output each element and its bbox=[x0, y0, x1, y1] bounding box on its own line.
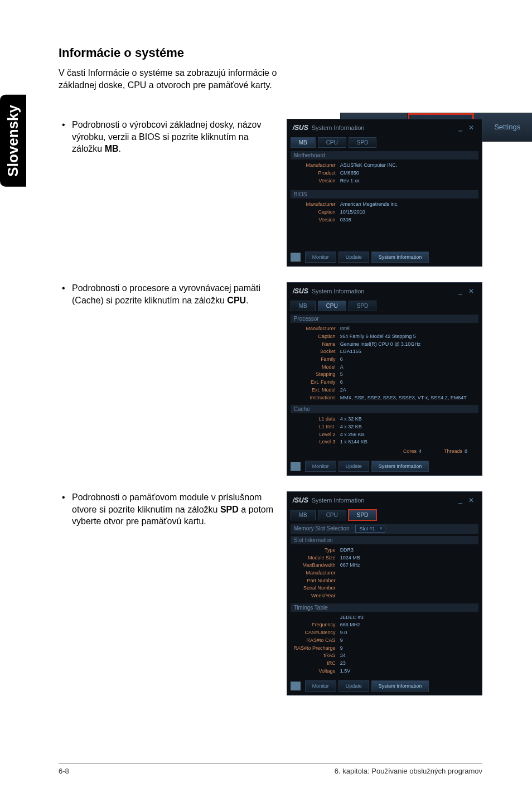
k-tras: tRAS bbox=[293, 653, 340, 659]
v-partno bbox=[340, 578, 476, 584]
k-jedec bbox=[293, 615, 340, 621]
nav-sysinfo[interactable]: System Information bbox=[371, 680, 429, 692]
threads-val: 8 bbox=[465, 448, 467, 454]
v-bmanuf: American Megatrends Inc. bbox=[340, 201, 476, 208]
k-trc: tRC bbox=[293, 660, 340, 667]
panel-title-spd: System Information bbox=[312, 497, 365, 504]
memslot-label: Memory Slot Selection Slot #1 bbox=[291, 524, 478, 534]
subtab-mb[interactable]: MB bbox=[291, 301, 316, 311]
v-l3: 1 x 6144 KB bbox=[340, 439, 476, 446]
section-cpu: Podrobnosti o procesore a vyrovnávacej p… bbox=[59, 282, 482, 476]
v-tras: 34 bbox=[340, 653, 476, 659]
cpu-bottom-nav: Monitor Update System Information bbox=[291, 461, 478, 472]
bullet-mb-bold: MB bbox=[105, 144, 119, 153]
k-version: Version bbox=[293, 178, 340, 185]
v-type: DDR3 bbox=[340, 547, 476, 554]
window-controls[interactable]: ⎯ ✕ bbox=[458, 124, 476, 132]
subtab-cpu[interactable]: CPU bbox=[318, 137, 346, 148]
window-controls[interactable]: ⎯ ✕ bbox=[458, 496, 476, 504]
cpu-panel-screenshot: /SUSSystem Information ⎯ ✕ MB CPU SPD Pr… bbox=[287, 282, 482, 476]
mb-subtabs: MB CPU SPD bbox=[291, 137, 478, 148]
k-l1d: L1 data bbox=[293, 416, 340, 423]
v-l1i: 4 x 32 KB bbox=[340, 424, 476, 431]
k-manufacturer: Manufacturer bbox=[293, 162, 340, 169]
asus-icon bbox=[291, 682, 301, 690]
k-modsize: Module Size bbox=[293, 555, 340, 562]
nav-monitor[interactable]: Monitor bbox=[305, 461, 336, 472]
v-ccaption: x64 Family 6 Model 42 Stepping 5 bbox=[340, 334, 476, 340]
nav-monitor[interactable]: Monitor bbox=[305, 252, 336, 263]
v-manufacturer: ASUSTeK Computer INC. bbox=[340, 162, 476, 169]
subtab-spd[interactable]: SPD bbox=[349, 510, 377, 520]
cores-label: Cores bbox=[403, 448, 417, 454]
v-socket: LGA1155 bbox=[340, 349, 476, 355]
mb-titlebar: /SUSSystem Information ⎯ ✕ bbox=[291, 123, 478, 135]
k-smanuf: Manufacturer bbox=[293, 570, 340, 577]
v-serial bbox=[340, 585, 476, 592]
v-ras: 9 bbox=[340, 637, 476, 644]
spd-bottom-nav: Monitor Update System Information bbox=[291, 680, 478, 692]
bullet-cpu-bold: CPU bbox=[227, 296, 246, 305]
subtab-cpu[interactable]: CPU bbox=[318, 301, 346, 311]
cpu-titlebar: /SUSSystem Information ⎯ ✕ bbox=[291, 286, 478, 298]
cores-val: 4 bbox=[419, 448, 422, 454]
nav-sysinfo[interactable]: System Information bbox=[371, 461, 429, 472]
asus-logo: /SUS bbox=[293, 124, 308, 132]
bullet-spd-bold: SPD bbox=[220, 505, 239, 514]
subtab-mb[interactable]: MB bbox=[291, 137, 316, 148]
k-cmanuf: Manufacturer bbox=[293, 326, 340, 332]
v-l1d: 4 x 32 KB bbox=[340, 416, 476, 423]
v-family: 6 bbox=[340, 356, 476, 363]
language-tab: Slovensky bbox=[0, 95, 26, 187]
processor-label: Processor bbox=[291, 315, 478, 323]
k-cname: Name bbox=[293, 341, 340, 348]
v-trc: 23 bbox=[340, 660, 476, 667]
section-spd: Podrobnosti o pamäťovom module v prísluš… bbox=[59, 491, 482, 695]
cpu-subtabs: MB CPU SPD bbox=[291, 301, 478, 311]
nav-sysinfo[interactable]: System Information bbox=[371, 252, 429, 263]
tab-settings[interactable]: Settings bbox=[474, 113, 532, 141]
slot-dropdown[interactable]: Slot #1 bbox=[355, 525, 385, 533]
k-cas: CAS#Latency bbox=[293, 630, 340, 636]
spd-titlebar: /SUSSystem Information ⎯ ✕ bbox=[291, 495, 478, 508]
subtab-cpu[interactable]: CPU bbox=[318, 510, 346, 520]
asus-icon bbox=[291, 253, 301, 262]
k-type: Type bbox=[293, 547, 340, 554]
v-version: Rev 1.xx bbox=[340, 178, 476, 185]
v-model: A bbox=[340, 364, 476, 371]
v-stepping: 5 bbox=[340, 371, 476, 378]
nav-update[interactable]: Update bbox=[338, 680, 369, 692]
subtab-mb[interactable]: MB bbox=[291, 510, 316, 520]
v-jedec: JEDEC #3 bbox=[340, 615, 476, 621]
k-volt: Voltage bbox=[293, 668, 340, 675]
nav-update[interactable]: Update bbox=[338, 461, 369, 472]
asus-logo: /SUS bbox=[293, 496, 308, 504]
v-volt: 1.5V bbox=[340, 668, 476, 675]
v-instr: MMX, SSE, SSE2, SSE3, SSSE3, VT-x, SSE4.… bbox=[340, 395, 476, 402]
mb-panel-screenshot: /SUSSystem Information ⎯ ✕ MB CPU SPD Mo… bbox=[287, 119, 482, 267]
bullet-cpu: Podrobnosti o procesore a vyrovnávacej p… bbox=[59, 282, 277, 306]
intro-text: V časti Informácie o systéme sa zobrazuj… bbox=[59, 67, 282, 91]
page-footer: 6-8 6. kapitola: Používanie obslužných p… bbox=[59, 763, 482, 775]
bullet-mb: Podrobnosti o výrobcovi základnej dosky,… bbox=[59, 119, 277, 155]
nav-monitor[interactable]: Monitor bbox=[305, 680, 336, 692]
asus-icon bbox=[291, 462, 301, 471]
subtab-spd[interactable]: SPD bbox=[349, 301, 377, 311]
asus-logo: /SUS bbox=[293, 287, 308, 295]
k-ccaption: Caption bbox=[293, 334, 340, 340]
spd-panel-screenshot: /SUSSystem Information ⎯ ✕ MB CPU SPD Me… bbox=[287, 491, 482, 695]
nav-update[interactable]: Update bbox=[338, 252, 369, 263]
bullet-spd: Podrobnosti o pamäťovom module v prísluš… bbox=[59, 491, 277, 528]
v-maxbw: 667 MHz bbox=[340, 562, 476, 569]
page-heading: Informácie o systéme bbox=[59, 46, 482, 60]
chapter-title: 6. kapitola: Používanie obslužných progr… bbox=[335, 767, 482, 775]
v-smanuf bbox=[340, 570, 476, 577]
cores-row: Cores4 Threads8 bbox=[291, 446, 478, 455]
k-family: Family bbox=[293, 356, 340, 363]
window-controls[interactable]: ⎯ ✕ bbox=[458, 287, 476, 295]
v-extfam: 6 bbox=[340, 379, 476, 386]
mb-bottom-nav: Monitor Update System Information bbox=[291, 252, 478, 263]
subtab-spd[interactable]: SPD bbox=[349, 137, 377, 148]
k-raspre: RAS#to Precharge bbox=[293, 645, 340, 652]
v-freq: 666 MHz bbox=[340, 622, 476, 629]
